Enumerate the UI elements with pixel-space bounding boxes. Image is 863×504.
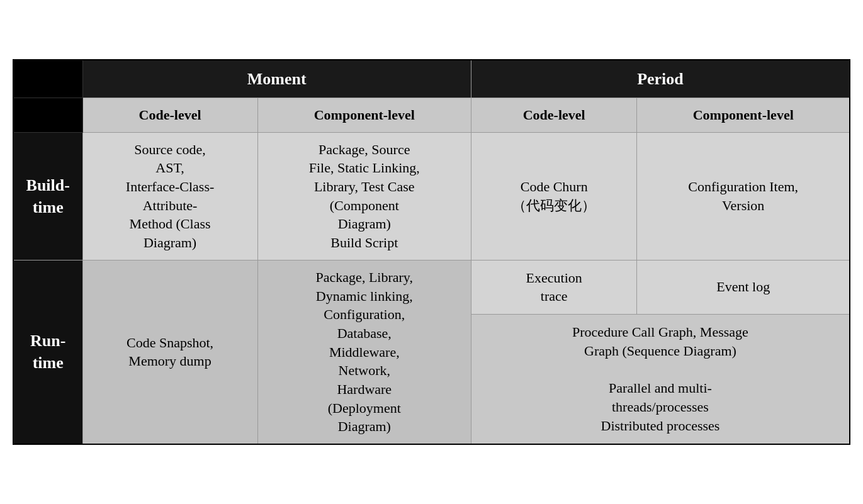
header-row-2: Code-level Component-level Code-level Co… xyxy=(13,98,850,133)
run-period-component-top-cell: Event log xyxy=(637,260,850,314)
run-period-bottom-merged-cell: Procedure Call Graph, Message Graph (Seq… xyxy=(471,314,850,444)
table-wrapper: Moment Period Code-level Component-level… xyxy=(13,59,850,445)
code-level-header-1: Code-level xyxy=(82,98,257,133)
component-level-header-2: Component-level xyxy=(637,98,850,133)
run-component-level-cell: Package, Library, Dynamic linking, Confi… xyxy=(257,260,471,444)
code-level-header-2: Code-level xyxy=(471,98,637,133)
header-row-1: Moment Period xyxy=(13,60,850,98)
run-time-row-top: Run- time Code Snapshot, Memory dump Pac… xyxy=(13,260,850,314)
component-level-header-1: Component-level xyxy=(257,98,471,133)
main-table: Moment Period Code-level Component-level… xyxy=(13,59,850,445)
top-left-empty xyxy=(13,60,82,98)
build-period-component-cell: Configuration Item, Version xyxy=(637,132,850,260)
moment-header: Moment xyxy=(82,60,471,98)
run-period-code-top-cell: Execution trace xyxy=(471,260,637,314)
top-left-empty-2 xyxy=(13,98,82,133)
build-time-header: Build- time xyxy=(13,132,82,260)
build-period-code-cell: Code Churn （代码变化） xyxy=(471,132,637,260)
run-time-header: Run- time xyxy=(13,260,82,444)
build-code-level-cell: Source code, AST, Interface-Class- Attri… xyxy=(82,132,257,260)
build-time-row: Build- time Source code, AST, Interface-… xyxy=(13,132,850,260)
period-header: Period xyxy=(471,60,850,98)
run-code-level-cell: Code Snapshot, Memory dump xyxy=(82,260,257,444)
build-component-level-cell: Package, Source File, Static Linking, Li… xyxy=(257,132,471,260)
